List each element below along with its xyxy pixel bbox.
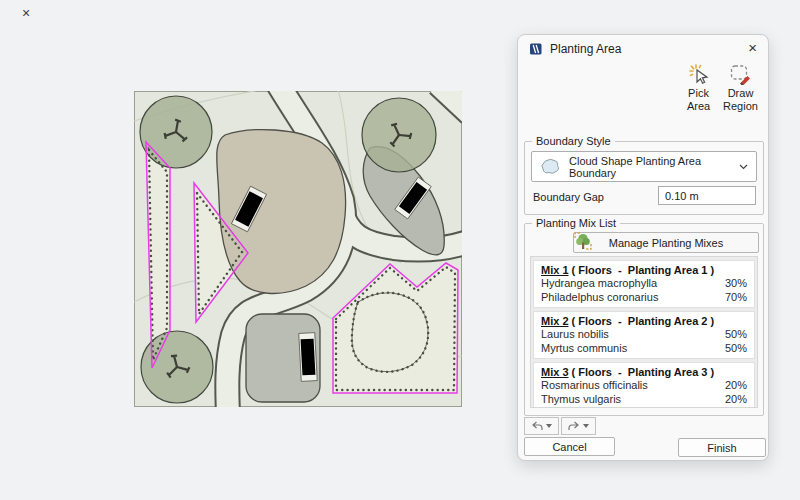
plant-name: Salvia nemorosa	[541, 406, 623, 408]
boundary-style-dropdown[interactable]: Cloud Shape Planting Area Boundary	[531, 151, 757, 182]
draw-region-label: Draw Region	[722, 87, 759, 113]
boundary-style-label: Boundary Style	[532, 135, 615, 148]
plant-percentage: 30%	[725, 277, 747, 291]
plant-percentage: 50%	[725, 342, 747, 356]
draw-region-icon	[729, 62, 752, 85]
plant-percentage: 20%	[725, 393, 747, 407]
plant-name: Philadelphus coronarius	[541, 291, 658, 305]
undo-arrow-icon	[531, 421, 543, 431]
pick-area-label: Pick Area	[680, 87, 717, 113]
redo-arrow-icon	[568, 421, 580, 431]
mix-block[interactable]: Mix 2 ( Floors - Planting Area 2 )Laurus…	[533, 311, 755, 359]
plant-row: Salvia nemorosa60%	[541, 406, 747, 408]
planting-mix-tree-icon	[571, 229, 595, 253]
plant-row: Thymus vulgaris20%	[541, 393, 747, 407]
dialog-toolbar: Pick Area Draw Region	[680, 62, 759, 113]
mix-block[interactable]: Mix 3 ( Floors - Planting Area 3 )Rosmar…	[533, 362, 755, 408]
pick-area-button[interactable]: Pick Area	[680, 62, 717, 113]
pick-cursor-icon	[687, 62, 710, 85]
chevron-down-icon	[739, 164, 748, 170]
mix-list[interactable]: Mix 1 ( Floors - Planting Area 1 )Hydran…	[530, 256, 758, 408]
manage-planting-mixes-button[interactable]: Manage Planting Mixes	[573, 232, 759, 253]
app-logo-icon	[529, 42, 543, 56]
planting-mix-group: Planting Mix List Manage Planting Mixes …	[524, 223, 764, 416]
boundary-gap-label: Boundary Gap	[533, 191, 604, 203]
plant-name: Myrtus communis	[541, 342, 627, 356]
plant-percentage: 20%	[725, 379, 747, 393]
bench-south	[299, 333, 317, 382]
finish-button[interactable]: Finish	[678, 438, 766, 457]
mix-title: Mix 1 ( Floors - Planting Area 1 )	[541, 263, 747, 277]
cancel-button[interactable]: Cancel	[524, 437, 615, 456]
mix-scope: ( Floors - Planting Area 1 )	[569, 264, 715, 276]
draw-region-button[interactable]: Draw Region	[722, 62, 759, 113]
plant-row: Laurus nobilis50%	[541, 328, 747, 342]
mix-name: Mix 3	[541, 366, 569, 378]
mix-name: Mix 1	[541, 264, 569, 276]
plant-row: Myrtus communis50%	[541, 342, 747, 356]
boundary-style-value: Cloud Shape Planting Area Boundary	[569, 155, 739, 179]
drawing-canvas[interactable]	[133, 90, 463, 408]
planting-area-dialog: Planting Area × Pick Area	[517, 34, 769, 461]
plant-percentage: 50%	[725, 328, 747, 342]
mix-scope: ( Floors - Planting Area 3 )	[569, 366, 715, 378]
desktop: { "page": { "corner_close": "×" }, "dial…	[0, 0, 800, 500]
boundary-gap-input[interactable]	[658, 186, 756, 205]
plant-row: Rosmarinus officinalis20%	[541, 379, 747, 393]
plant-row: Philadelphus coronarius70%	[541, 291, 747, 305]
mix-title: Mix 3 ( Floors - Planting Area 3 )	[541, 365, 747, 379]
cloud-shape-icon	[539, 157, 561, 177]
plant-name: Rosmarinus officinalis	[541, 379, 648, 393]
mix-name: Mix 2	[541, 315, 569, 327]
canvas-close-icon[interactable]: ×	[22, 5, 30, 21]
dialog-title: Planting Area	[550, 42, 621, 56]
plant-row: Hydrangea macrophylla30%	[541, 277, 747, 291]
site-plan-svg	[133, 90, 463, 408]
plant-name: Laurus nobilis	[541, 328, 609, 342]
undo-redo-row	[524, 417, 596, 435]
redo-button[interactable]	[561, 417, 596, 435]
dialog-titlebar: Planting Area	[529, 42, 621, 56]
plant-name: Hydrangea macrophylla	[541, 277, 657, 291]
dialog-close-icon[interactable]: ×	[748, 39, 757, 57]
boundary-style-group: Boundary Style Cloud Shape Planting Area…	[524, 141, 764, 215]
mix-block[interactable]: Mix 1 ( Floors - Planting Area 1 )Hydran…	[533, 260, 755, 308]
mix-scope: ( Floors - Planting Area 2 )	[569, 315, 715, 327]
mix-title: Mix 2 ( Floors - Planting Area 2 )	[541, 314, 747, 328]
undo-dropdown-icon[interactable]	[546, 424, 552, 428]
plant-name: Thymus vulgaris	[541, 393, 621, 407]
redo-dropdown-icon[interactable]	[583, 424, 589, 428]
undo-button[interactable]	[524, 417, 559, 435]
plant-percentage: 70%	[725, 291, 747, 305]
plant-percentage: 60%	[725, 406, 747, 408]
